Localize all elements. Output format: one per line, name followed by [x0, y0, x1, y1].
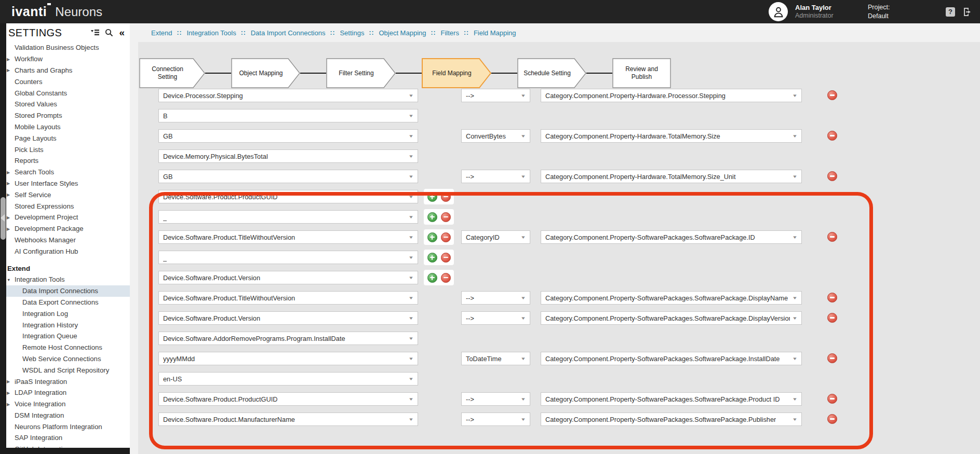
remove-row-icon[interactable] — [827, 414, 837, 424]
breadcrumb-item-settings[interactable]: Settings — [340, 29, 364, 37]
source-select[interactable]: _▼ — [158, 251, 418, 264]
step-review-and-publish[interactable]: Review and Publish — [612, 58, 671, 88]
breadcrumb-item-field-mapping[interactable]: Field Mapping — [474, 29, 516, 37]
source-select[interactable]: yyyyMMdd▼ — [158, 352, 418, 365]
chevron-down-icon[interactable]: ▼ — [7, 277, 10, 282]
remove-row-icon[interactable] — [827, 353, 837, 363]
target-select[interactable]: Category.Component.Property-SoftwarePack… — [541, 291, 802, 305]
func-select[interactable]: CategoryID▼ — [461, 230, 530, 244]
add-row-icon[interactable] — [427, 212, 437, 222]
source-select[interactable]: GB▼ — [158, 129, 418, 143]
remove-row-icon[interactable] — [441, 273, 451, 283]
target-select[interactable]: Category.Component.Property-SoftwarePack… — [541, 392, 802, 406]
sidebar-item-wsdl-and-script-repository[interactable]: WSDL and Script Repository — [0, 364, 130, 376]
chevron-right-icon[interactable]: ▶ — [7, 379, 10, 384]
chevron-right-icon[interactable]: ▶ — [7, 192, 10, 197]
source-select[interactable]: Device.Processor.Stepping▼ — [158, 89, 418, 102]
source-select[interactable]: Device.Software.Product.ProductGUID▼ — [158, 190, 418, 203]
remove-row-icon[interactable] — [827, 90, 837, 100]
remove-row-icon[interactable] — [441, 232, 451, 242]
sidebar-item-remote-host-connections[interactable]: Remote Host Connections — [0, 342, 130, 353]
sidebar-item-voice-integration[interactable]: ▶Voice Integration — [0, 398, 130, 410]
sidebar-scrollbar-horizontal[interactable] — [0, 448, 130, 454]
remove-row-icon[interactable] — [827, 232, 837, 242]
source-select[interactable]: GB▼ — [158, 170, 418, 183]
sidebar-item-validation-business-objects[interactable]: Validation Business Objects — [0, 42, 130, 53]
func-select[interactable]: ToDateTime▼ — [461, 352, 530, 365]
sidebar-item-charts-and-graphs[interactable]: ▶Charts and Graphs — [0, 65, 130, 76]
source-select[interactable]: Device.Software.Product.TitleWithoutVers… — [158, 230, 418, 244]
sidebar-item-ldap-integration[interactable]: ▶LDAP Integration — [0, 387, 130, 398]
sidebar-item-data-import-connections[interactable]: Data Import Connections — [0, 285, 130, 297]
chevron-right-icon[interactable]: ▶ — [7, 402, 10, 406]
sidebar-item-stored-values[interactable]: Stored Values — [0, 99, 130, 110]
sidebar-item-stored-expressions[interactable]: Stored Expressions — [0, 200, 130, 212]
breadcrumb-item-object-mapping[interactable]: Object Mapping — [379, 29, 426, 37]
sidebar-item-webhooks-manager[interactable]: Webhooks Manager — [0, 235, 130, 246]
func-select[interactable]: -->▼ — [461, 170, 530, 183]
breadcrumb-item-extend[interactable]: Extend — [151, 29, 172, 37]
func-select[interactable]: -->▼ — [461, 392, 530, 406]
chevron-right-icon[interactable]: ▶ — [7, 390, 10, 395]
project-value[interactable]: Default — [868, 12, 915, 20]
source-select[interactable]: Device.Software.Product.TitleWithoutVers… — [158, 291, 418, 305]
breadcrumb-item-data-import-connections[interactable]: Data Import Connections — [251, 29, 326, 37]
sidebar-item-integration-tools[interactable]: ▼Integration Tools — [0, 274, 130, 285]
remove-row-icon[interactable] — [827, 171, 837, 181]
step-filter-setting[interactable]: Filter Setting — [326, 58, 396, 88]
target-select[interactable]: Category.Component.Property-SoftwarePack… — [541, 230, 802, 244]
step-object-mapping[interactable]: Object Mapping — [231, 58, 300, 88]
chevron-right-icon[interactable]: ▶ — [7, 68, 10, 73]
func-select[interactable]: ConvertBytes▼ — [461, 129, 530, 143]
add-row-icon[interactable] — [427, 273, 437, 283]
sidebar-item-pick-lists[interactable]: Pick Lists — [0, 144, 130, 155]
remove-row-icon[interactable] — [441, 253, 451, 263]
sidebar-item-search-tools[interactable]: ▶Search Tools — [0, 167, 130, 178]
breadcrumb-item-integration-tools[interactable]: Integration Tools — [186, 29, 236, 37]
sidebar-item-sap-integration[interactable]: SAP Integration — [0, 432, 130, 444]
func-select[interactable]: -->▼ — [461, 311, 530, 325]
sidebar-item-ai-configuration-hub[interactable]: AI Configuration Hub — [0, 245, 130, 257]
sidebar-item-self-service[interactable]: ▶Self Service — [0, 189, 130, 200]
step-field-mapping[interactable]: Field Mapping — [422, 58, 491, 88]
sidebar-item-user-interface-styles[interactable]: ▶User Interface Styles — [0, 178, 130, 189]
chevron-right-icon[interactable]: ▶ — [7, 215, 10, 219]
help-icon[interactable]: ? — [946, 7, 955, 17]
target-select[interactable]: Category.Component.Property-SoftwarePack… — [541, 311, 802, 325]
search-icon[interactable] — [105, 29, 113, 37]
sidebar-item-counters[interactable]: Counters — [0, 76, 130, 87]
sidebar-item-global-constants[interactable]: Global Constants — [0, 87, 130, 99]
source-select[interactable]: Device.Memory.Physical.BytesTotal▼ — [158, 149, 418, 163]
target-select[interactable]: Category.Component.Property-SoftwarePack… — [541, 412, 802, 426]
sidebar-item-stored-prompts[interactable]: Stored Prompts — [0, 110, 130, 121]
breadcrumb-item-filters[interactable]: Filters — [441, 29, 459, 37]
target-select[interactable]: Category.Component.Property-Hardware.Tot… — [541, 129, 802, 143]
filter-icon[interactable] — [91, 30, 99, 36]
user-avatar[interactable] — [769, 2, 788, 21]
target-select[interactable]: Category.Component.Property-Hardware.Pro… — [541, 89, 802, 102]
collapse-sidebar-icon[interactable]: « — [119, 27, 125, 37]
chevron-right-icon[interactable]: ▶ — [7, 57, 10, 61]
sidebar-item-mobile-layouts[interactable]: Mobile Layouts — [0, 121, 130, 133]
source-select[interactable]: Device.Software.Product.ManufacturerName… — [158, 412, 418, 426]
chevron-right-icon[interactable]: ▶ — [7, 226, 10, 231]
sidebar-item-neurons-platform-integration[interactable]: Neurons Platform Integration — [0, 421, 130, 432]
sidebar-item-development-package[interactable]: ▶Development Package — [0, 223, 130, 235]
sidebar-item-integration-history[interactable]: Integration History — [0, 319, 130, 331]
source-select[interactable]: Device.Software.Product.Version▼ — [158, 311, 418, 325]
remove-row-icon[interactable] — [827, 394, 837, 404]
logout-icon[interactable] — [962, 7, 973, 17]
sidebar-item-integration-log[interactable]: Integration Log — [0, 308, 130, 319]
func-select[interactable]: -->▼ — [461, 291, 530, 305]
sidebar-item-workflow[interactable]: ▶Workflow — [0, 53, 130, 65]
source-select[interactable]: B▼ — [158, 109, 418, 122]
add-row-icon[interactable] — [427, 192, 437, 202]
remove-row-icon[interactable] — [441, 212, 451, 222]
source-select[interactable]: Device.Software.Product.ProductGUID▼ — [158, 392, 418, 406]
target-select[interactable]: Category.Component.Property-SoftwarePack… — [541, 352, 802, 365]
sidebar-item-integration-queue[interactable]: Integration Queue — [0, 331, 130, 342]
sidebar-scrollbar-vertical[interactable] — [0, 23, 6, 454]
remove-row-icon[interactable] — [827, 313, 837, 323]
sidebar-item-page-layouts[interactable]: Page Layouts — [0, 132, 130, 144]
remove-row-icon[interactable] — [827, 131, 837, 141]
